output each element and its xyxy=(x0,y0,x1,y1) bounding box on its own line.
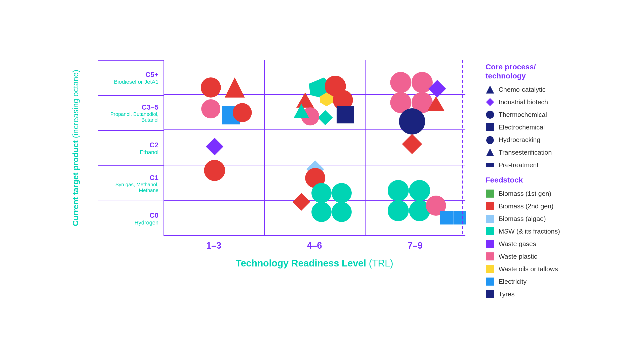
legend-label-electricity: Electricity xyxy=(499,278,527,286)
y-label-c0: C0 Hydrogen xyxy=(98,201,164,236)
chemo-icon xyxy=(486,85,495,94)
legend-label-algae: Biomass (algae) xyxy=(499,215,546,223)
symbol-c0-trl9-blue-sq1 xyxy=(440,211,454,224)
symbol-c1-trl4-teal4 xyxy=(332,202,352,222)
svg-rect-6 xyxy=(486,163,494,167)
algae-icon xyxy=(486,214,495,223)
legend-item-trans: Transesterification xyxy=(486,148,576,157)
symbols-svg xyxy=(164,60,466,236)
svg-rect-15 xyxy=(486,290,494,298)
legend-item-algae: Biomass (algae) xyxy=(486,214,576,223)
symbol-c1-trl7-teal1 xyxy=(388,180,409,201)
waste-plastic-icon xyxy=(486,252,495,261)
legend-item-biomass2: Biomass (2nd gen) xyxy=(486,202,576,211)
y-axis-label-container: Current target product (increasing octan… xyxy=(68,60,83,236)
symbol-c1-trl4-red-diam xyxy=(293,193,310,211)
y-label-c35: C3–5 Propanol, Butanediol, Butanol xyxy=(98,96,164,131)
symbol-c0-trl9-blue-sq2 xyxy=(454,211,466,224)
legend: Core process/technology Chemo-catalytic … xyxy=(480,60,576,302)
legend-label-waste-gases: Waste gases xyxy=(499,240,536,248)
symbol-c1-trl4-teal3 xyxy=(311,202,332,222)
y-label-c5plus: C5+ Biodiesel or JetA1 xyxy=(98,60,164,96)
pretreat-icon xyxy=(486,160,495,169)
legend-label-thermo: Thermochemical xyxy=(499,111,547,119)
svg-rect-7 xyxy=(486,190,494,198)
legend-item-biomass1: Biomass (1st gen) xyxy=(486,189,576,198)
svg-marker-1 xyxy=(486,98,494,106)
svg-point-2 xyxy=(486,111,494,119)
symbol-c1-trl7-teal2 xyxy=(409,180,430,201)
biotech-icon xyxy=(486,98,495,107)
y-labels: C5+ Biodiesel or JetA1 C3–5 Propanol, Bu… xyxy=(98,60,164,236)
page-container: Current target product (increasing octan… xyxy=(0,0,644,362)
x-label-7-9: 7–9 xyxy=(365,240,465,251)
svg-rect-14 xyxy=(486,278,494,286)
hydrocracking-icon xyxy=(486,135,495,144)
y-axis-label: Current target product (increasing octan… xyxy=(71,70,80,226)
tyres-icon xyxy=(486,290,495,299)
legend-core-title: Core process/technology xyxy=(486,62,576,80)
svg-rect-10 xyxy=(486,227,494,235)
legend-item-msw: MSW (& its fractions) xyxy=(486,227,576,236)
symbol-c35-trl7-red-diam xyxy=(402,134,422,154)
chart-wrapper: Current target product (increasing octan… xyxy=(48,45,596,317)
legend-feedstock-title: Feedstock xyxy=(486,175,576,185)
legend-label-msw: MSW (& its fractions) xyxy=(499,228,560,235)
legend-item-biotech: Industrial biotech xyxy=(486,98,576,107)
legend-label-electrochem: Electrochemical xyxy=(499,123,545,131)
x-label-1-3: 1–3 xyxy=(164,240,264,251)
symbol-c1-trl7-teal3 xyxy=(388,200,409,221)
legend-item-waste-oils: Waste oils or tallows xyxy=(486,264,576,274)
x-label-4-6: 4–6 xyxy=(264,240,365,251)
svg-rect-3 xyxy=(486,123,494,131)
legend-item-waste-gases: Waste gases xyxy=(486,239,576,248)
symbol-c35-trl1-purple-diam xyxy=(206,138,223,155)
legend-item-tyres: Tyres xyxy=(486,290,576,299)
legend-label-waste-plastic: Waste plastic xyxy=(499,253,537,260)
electrochem-icon xyxy=(486,123,495,132)
svg-marker-0 xyxy=(486,85,494,94)
symbol-c5-trl4-dark-sq xyxy=(337,106,354,123)
msw-icon xyxy=(486,227,495,236)
symbol-c5-trl1-pink-circle xyxy=(201,99,220,118)
svg-rect-12 xyxy=(486,252,494,260)
symbol-c5-trl7-pink1 xyxy=(390,72,411,93)
legend-item-chemo: Chemo-catalytic xyxy=(486,85,576,94)
legend-item-electricity: Electricity xyxy=(486,277,576,286)
svg-rect-9 xyxy=(486,215,494,223)
legend-label-hydrocracking: Hydrocracking xyxy=(499,136,540,144)
svg-rect-13 xyxy=(486,265,494,273)
legend-label-pretreat: Pre-treatment xyxy=(499,161,539,169)
legend-label-biomass2: Biomass (2nd gen) xyxy=(499,202,553,210)
legend-item-hydrocracking: Hydrocracking xyxy=(486,135,576,144)
legend-label-biomass1: Biomass (1st gen) xyxy=(499,190,551,198)
waste-gases-icon xyxy=(486,239,495,248)
symbol-c5-trl1-red-circle xyxy=(201,77,221,98)
biomass1-icon xyxy=(486,189,495,198)
legend-item-pretreat: Pre-treatment xyxy=(486,160,576,169)
legend-label-biotech: Industrial biotech xyxy=(499,98,548,106)
chart-grid-area: C5+ Biodiesel or JetA1 C3–5 Propanol, Bu… xyxy=(98,60,465,236)
symbol-c5-trl4-teal-diam xyxy=(318,110,333,125)
y-label-c2: C2 Ethanol xyxy=(98,131,164,166)
chart-main: C5+ Biodiesel or JetA1 C3–5 Propanol, Bu… xyxy=(98,60,465,269)
legend-item-waste-plastic: Waste plastic xyxy=(486,252,576,261)
waste-oils-icon xyxy=(486,264,495,274)
x-labels: 1–3 4–6 7–9 xyxy=(164,240,465,251)
legend-label-waste-oils: Waste oils or tallows xyxy=(499,265,558,273)
symbol-c1-trl4-teal2 xyxy=(332,183,352,203)
legend-label-trans: Transesterification xyxy=(499,149,552,156)
legend-label-chemo: Chemo-catalytic xyxy=(499,86,545,94)
symbol-c5-trl7-dark-circle xyxy=(399,108,425,134)
grid-container xyxy=(164,60,465,236)
symbol-c1-trl4-teal1 xyxy=(311,183,332,203)
y-label-c1: C1 Syn gas, Methanol, Methane xyxy=(98,166,164,201)
svg-marker-5 xyxy=(486,148,494,156)
legend-item-thermo: Thermochemical xyxy=(486,110,576,119)
symbol-c5-trl1-red-circle2 xyxy=(233,103,252,122)
legend-label-tyres: Tyres xyxy=(499,290,515,298)
symbol-c5-trl1-red-triangle xyxy=(225,77,245,98)
thermo-icon xyxy=(486,110,495,119)
biomass2-icon xyxy=(486,202,495,211)
svg-rect-8 xyxy=(486,202,494,210)
